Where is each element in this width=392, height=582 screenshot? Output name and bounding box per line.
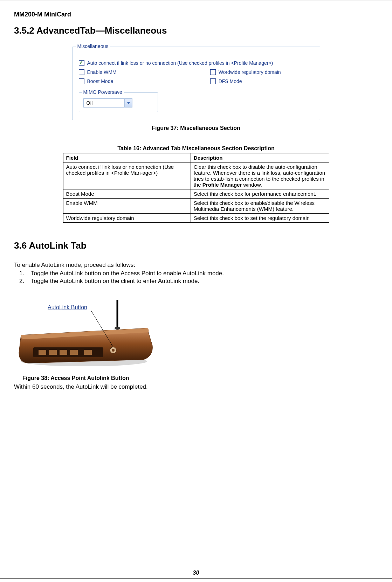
autoconnect-checkbox[interactable]	[79, 60, 84, 66]
svg-rect-5	[49, 350, 57, 355]
svg-point-10	[112, 349, 115, 352]
autolink-button-label: AutoLink Button	[48, 304, 87, 310]
list-item: Toggle the AutoLink button on the Access…	[26, 270, 378, 277]
table-row: Auto connect if link loss or no connecti…	[63, 162, 329, 189]
boost-mode-checkbox[interactable]	[79, 78, 84, 84]
svg-point-2	[115, 327, 120, 330]
advanced-misc-table: Field Description Auto connect if link l…	[63, 153, 329, 223]
svg-rect-4	[39, 350, 46, 355]
table-row: Enable WMM Select this check box to enab…	[63, 199, 329, 214]
wordwide-checkbox[interactable]	[210, 69, 216, 75]
autoconnect-label: Auto connect if link loss or no connecti…	[87, 60, 273, 66]
dfs-mode-label: DFS Mode	[219, 78, 242, 84]
mimo-dropdown[interactable]: Off	[83, 98, 153, 108]
autolink-intro: To enable AutoLink mode, proceed as foll…	[14, 262, 378, 269]
table-row: Worldwide regulatory domain Select this …	[63, 214, 329, 223]
mimo-groupbox: MIMO Powersave Off	[79, 92, 158, 112]
wordwide-label: Wordwide regulatory domain	[219, 69, 281, 75]
svg-rect-8	[84, 350, 92, 355]
th-description: Description	[191, 153, 329, 162]
chevron-down-icon[interactable]	[125, 98, 132, 108]
router-image: AutoLink Button	[14, 293, 161, 370]
svg-rect-7	[70, 350, 78, 355]
th-field: Field	[63, 153, 191, 162]
mimo-value: Off	[83, 98, 125, 108]
svg-rect-6	[60, 350, 67, 355]
enable-wmm-checkbox[interactable]	[79, 69, 84, 75]
figure-38-caption: Figure 38: Access Point Autolink Button	[22, 375, 378, 381]
boost-mode-label: Boost Mode	[87, 78, 114, 84]
page-number: 30	[0, 570, 392, 576]
misc-groupbox: Miscellaneous Auto connect if link loss …	[72, 47, 320, 120]
enable-wmm-label: Enable WMM	[87, 69, 117, 75]
figure-37-caption: Figure 37: Miscellaneous Section	[14, 125, 378, 131]
doc-header: MM200-M MiniCard	[14, 11, 378, 18]
dfs-mode-checkbox[interactable]	[210, 78, 216, 84]
list-item: Toggle the AutoLink button on the client…	[26, 278, 378, 285]
mimo-legend: MIMO Powersave	[82, 89, 124, 95]
section-heading: 3.5.2 AdvancedTab—Miscellaneous	[14, 25, 378, 36]
closing-text: Within 60 seconds, the AutoLink will be …	[14, 383, 378, 390]
misc-legend: Miscellaneous	[76, 43, 110, 49]
section-heading-autolink: 3.6 AutoLink Tab	[14, 240, 378, 251]
steps-list: Toggle the AutoLink button on the Access…	[14, 270, 378, 285]
table-row: Boost Mode Select this check box for per…	[63, 189, 329, 199]
table-16-caption: Table 16: Advanced Tab Miscellaneous Sec…	[14, 145, 378, 152]
